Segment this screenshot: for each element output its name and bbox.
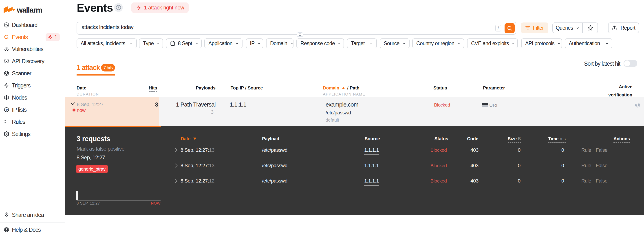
svg-text:IP: IP [6,108,8,111]
